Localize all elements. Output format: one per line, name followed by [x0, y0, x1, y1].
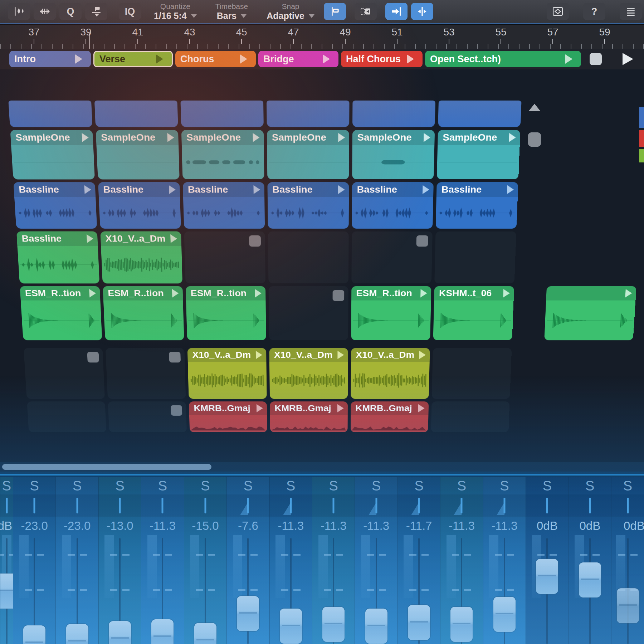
fader-track[interactable]: [611, 535, 644, 644]
clip[interactable]: KSHM..t_06: [433, 286, 514, 341]
pan-control[interactable]: [312, 494, 355, 517]
solo-button[interactable]: S: [312, 477, 355, 494]
fader-track[interactable]: [141, 535, 184, 644]
clip[interactable]: SampleOne: [352, 130, 435, 179]
pan-control[interactable]: [355, 494, 397, 517]
solo-button[interactable]: S: [269, 477, 312, 494]
clip-play-icon[interactable]: [419, 351, 426, 359]
fader-handle[interactable]: [194, 623, 216, 644]
empty-clip-slot[interactable]: [27, 401, 106, 432]
arranger-section-intro[interactable]: Intro: [9, 51, 91, 67]
clip[interactable]: ESM_R..tion: [186, 286, 266, 341]
clip-play-icon[interactable]: [87, 234, 94, 243]
solo-button[interactable]: S: [355, 477, 397, 494]
fader-track[interactable]: [355, 535, 397, 644]
scene-color-swatch[interactable]: [639, 130, 644, 147]
solo-button[interactable]: S: [0, 477, 13, 494]
empty-clip-slot[interactable]: [434, 231, 516, 284]
clip[interactable]: X10_V..a_Dm: [187, 348, 267, 399]
clip[interactable]: Bassline: [13, 182, 97, 229]
clip-play-icon[interactable]: [253, 185, 260, 194]
chevron-down-icon[interactable]: [241, 14, 247, 18]
clip-play-icon[interactable]: [255, 289, 261, 298]
clip[interactable]: ESM_R..tion: [103, 286, 184, 341]
arranger-section-bridge[interactable]: Bridge: [258, 51, 338, 67]
arranger-section-open-sect-tch-[interactable]: Open Sect..tch): [425, 51, 581, 67]
clip-play-icon[interactable]: [424, 133, 430, 142]
scene-color-swatch[interactable]: [639, 149, 644, 162]
pan-control[interactable]: [611, 494, 644, 517]
clip[interactable]: KMRB..Gmaj: [189, 401, 267, 432]
clip-play-icon[interactable]: [507, 185, 514, 194]
clip[interactable]: [94, 101, 178, 127]
clip[interactable]: ESM_R..tion: [351, 286, 431, 341]
playhead-cursor[interactable]: [89, 33, 90, 49]
pan-control[interactable]: [569, 494, 611, 517]
pan-control[interactable]: [440, 494, 483, 517]
clip-play-icon[interactable]: [423, 185, 429, 194]
fader-handle[interactable]: [365, 609, 387, 644]
clip-play-icon[interactable]: [625, 289, 632, 298]
clip-play-icon[interactable]: [338, 185, 345, 194]
clip[interactable]: [267, 101, 350, 127]
empty-clip-slot[interactable]: [24, 348, 105, 399]
pan-control[interactable]: [55, 494, 98, 517]
help-button[interactable]: ?: [583, 3, 605, 20]
clip[interactable]: X10_V..a_Dm: [269, 348, 348, 399]
clip-play-icon[interactable]: [84, 185, 91, 194]
section-play-icon[interactable]: [240, 54, 251, 64]
horizontal-scrollbar[interactable]: [0, 462, 644, 472]
slot-stop-button[interactable]: [416, 235, 428, 247]
fader-handle[interactable]: [322, 607, 345, 642]
fader-handle[interactable]: [493, 597, 516, 632]
empty-clip-slot[interactable]: [268, 231, 349, 284]
clip-play-icon[interactable]: [503, 289, 510, 298]
fader-handle[interactable]: [280, 609, 302, 644]
clip[interactable]: Bassline: [16, 231, 99, 284]
slot-stop-button[interactable]: [169, 352, 181, 362]
clip[interactable]: SampleOne: [181, 130, 264, 179]
clip-play-icon[interactable]: [253, 133, 259, 142]
fader-track[interactable]: [483, 535, 526, 644]
fader-handle[interactable]: [0, 574, 13, 609]
section-play-icon[interactable]: [565, 54, 576, 64]
input-quantize-button[interactable]: IQ: [119, 3, 141, 20]
pan-control[interactable]: [226, 494, 269, 517]
pan-control[interactable]: [98, 494, 141, 517]
mixer-view-button[interactable]: [620, 3, 642, 20]
marker-tool-button[interactable]: [324, 3, 346, 20]
fader-track[interactable]: [98, 535, 141, 644]
clip-play-icon[interactable]: [257, 404, 263, 413]
empty-clip-slot[interactable]: [106, 348, 186, 399]
scrollbar-thumb[interactable]: [528, 132, 541, 147]
fader-track[interactable]: [0, 535, 13, 644]
clip-play-icon[interactable]: [337, 351, 344, 359]
fader-handle[interactable]: [617, 588, 639, 623]
fader-track[interactable]: [13, 535, 55, 644]
fader-track[interactable]: [312, 535, 355, 644]
solo-button[interactable]: S: [397, 477, 440, 494]
clip[interactable]: KMRB..Gmaj: [351, 401, 429, 432]
empty-clip-slot[interactable]: [432, 348, 512, 399]
solo-button[interactable]: S: [13, 477, 55, 494]
loop-follow-button[interactable]: [547, 3, 569, 20]
solo-button[interactable]: S: [141, 477, 184, 494]
fader-track[interactable]: [526, 535, 568, 644]
clip[interactable]: [352, 101, 435, 127]
clip[interactable]: Bassline: [183, 182, 265, 229]
fader-handle[interactable]: [66, 624, 88, 644]
clip-play-icon[interactable]: [420, 289, 427, 298]
split-tool-button[interactable]: [411, 3, 433, 20]
section-play-icon[interactable]: [407, 54, 418, 64]
fader-track[interactable]: [440, 535, 483, 644]
autoscroll-button[interactable]: [385, 3, 408, 20]
clip-play-icon[interactable]: [337, 404, 344, 413]
fader-handle[interactable]: [579, 562, 601, 597]
empty-clip-slot[interactable]: [431, 401, 510, 432]
scroll-up-icon[interactable]: [529, 104, 540, 111]
clip[interactable]: X10_V..a_Dm: [351, 348, 430, 399]
fader-handle[interactable]: [151, 619, 174, 644]
fader-handle[interactable]: [408, 605, 430, 640]
pad-view-button[interactable]: [355, 3, 377, 20]
pan-control[interactable]: [13, 494, 55, 517]
